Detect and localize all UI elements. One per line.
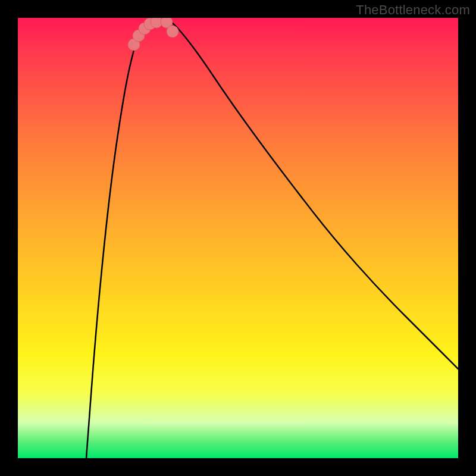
valley-markers (128, 18, 178, 51)
right-curve-line (167, 19, 458, 369)
chart-frame (18, 18, 458, 458)
left-curve-line (86, 19, 151, 458)
valley-marker-dot (167, 26, 178, 37)
watermark-text: TheBottleneck.com (356, 2, 470, 18)
chart-svg (18, 18, 458, 458)
